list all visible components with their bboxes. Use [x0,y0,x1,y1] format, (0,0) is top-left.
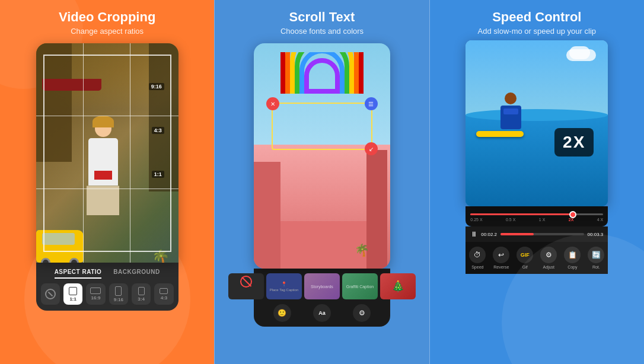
person [82,120,124,227]
ratio-btn-4-3[interactable]: 4:3 [154,283,173,305]
building-right [149,43,178,191]
emoji-icon[interactable]: 🙂 [273,304,291,322]
pause-button[interactable]: ⏸ [470,230,477,238]
panel1-bottom-bar: ASPECT RATIO BACKGROUND 1:1 16:9 [36,263,178,311]
ratio-btn-16-9[interactable]: 16:9 [86,283,105,305]
aspect-tabs: ASPECT RATIO BACKGROUND [41,269,174,279]
palm-on-building: 🌴 [355,243,369,257]
panel2-phone-screen: 🌴 ✕ ☰ ↙ [254,43,390,269]
panel2-title: Scroll Text [221,9,423,25]
tool-speed[interactable]: ⏱ Speed [469,247,486,269]
surfer [487,92,534,137]
tab-aspect-ratio[interactable]: ASPECT RATIO [55,269,102,279]
ratio-btn-3-4[interactable]: 3:4 [132,283,151,305]
panel1-header: Video Cropping Change aspect ratios [0,0,214,40]
panel2-toolbar: 🙂 Aa ⚙ [256,304,388,322]
caption-options: 📍 Place Tag Caption Storyboards Graffiti… [256,273,388,299]
caption-graffiti[interactable]: Graffiti Caption [342,273,378,299]
panel1-phone-screen: 🌴 9:16 4:3 1:1 [36,43,178,263]
panel2-subtitle: Choose fonts and colors [221,27,423,36]
rainbow [280,52,364,94]
tab-background[interactable]: BACKGROUND [113,269,160,279]
settings-icon[interactable]: ⚙ [353,304,371,322]
tool-reverse[interactable]: ↩ Reverse [493,247,509,269]
surfboard [476,131,524,137]
handle-close[interactable]: ✕ [266,97,279,110]
ratio-btn-9-16[interactable]: 9:16 [109,283,128,305]
caption-none[interactable] [228,273,264,299]
ratio-label-9-16: 9:16 [149,83,164,90]
text-selection-box[interactable]: ✕ ☰ ↙ [272,103,372,150]
panel1-subtitle: Change aspect ratios [6,27,208,36]
speed-control-bar: 0.25 X 0.5 X 1 X 2X 4 X [466,206,608,226]
surf-scene: 2X [466,40,608,206]
palm-tree: 🌴 [152,249,170,263]
panel3-subtitle: Add slow-mo or speed up your clip [436,27,638,36]
pink-building [254,145,390,269]
speed-ticks: 0.25 X 0.5 X 1 X 2X 4 X [470,218,603,222]
font-icon[interactable]: Aa [313,304,331,322]
panel1-title: Video Cropping [6,9,208,25]
panel2-bottom-strip: 📍 Place Tag Caption Storyboards Graffiti… [254,269,390,327]
speed-slider-thumb[interactable] [569,211,576,218]
caption-storyboards[interactable]: Storyboards [304,273,340,299]
panel3-phone-screen: 2X [466,40,608,206]
ratio-btn-custom[interactable] [41,283,60,305]
time-start: 00:02.2 [481,232,497,237]
building-left [36,43,72,162]
speed-badge: 2X [554,128,594,157]
speed-slider-track[interactable] [470,213,603,215]
scroll-scene: 🌴 ✕ ☰ ↙ [254,43,390,269]
caption-christmas[interactable]: 🎄 [380,273,416,299]
panel3-header: Speed Control Add slow-mo or speed up yo… [430,0,644,40]
ratio-label-1-1: 1:1 [152,171,164,178]
caption-place-tag[interactable]: 📍 Place Tag Caption [266,273,302,299]
taxi [36,230,84,263]
ratio-buttons: 1:1 16:9 9:16 3:4 4:3 [41,283,174,305]
panel1-content: 🌴 9:16 4:3 1:1 ASPECT RA [0,40,214,364]
awning [42,79,101,91]
panel2-content: 🌴 ✕ ☰ ↙ 📍 [215,40,429,364]
panel2-header: Scroll Text Choose fonts and colors [215,0,429,40]
panel-video-cropping: Video Cropping Change aspect ratios [0,0,214,364]
photo-background: 🌴 9:16 4:3 1:1 [36,43,178,263]
ratio-btn-1-1[interactable]: 1:1 [63,283,82,305]
timeline-track[interactable] [500,233,584,235]
panel-scroll-text: Scroll Text Choose fonts and colors [214,0,429,364]
ratio-label-4-3: 4:3 [152,127,164,134]
panel3-title: Speed Control [436,9,638,25]
panel-speed-control: Speed Control Add slow-mo or speed up yo… [430,0,644,364]
